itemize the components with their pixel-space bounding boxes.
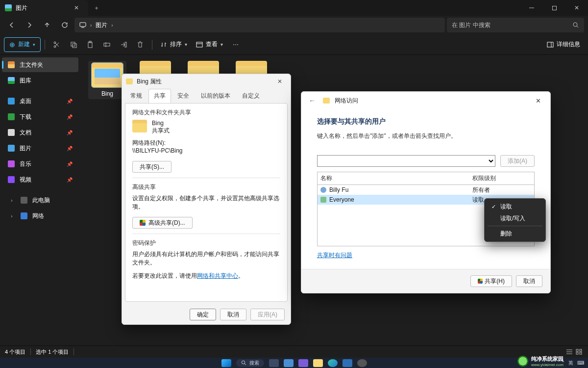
share-confirm-button[interactable]: 共享(H) (470, 275, 512, 287)
task-view-button[interactable] (269, 359, 279, 367)
view-button[interactable]: 查看 ▾ (192, 37, 227, 52)
dialog-hint: 键入名称，然后单击"添加"，或者单击箭头查找用户。 (317, 132, 535, 140)
netpath-label: 网络路径(N): (132, 139, 280, 147)
chevron-down-icon: ▾ (185, 42, 187, 47)
forward-button[interactable] (22, 18, 37, 32)
tab-customize[interactable]: 自定义 (237, 89, 265, 103)
back-button[interactable]: ← (306, 97, 318, 105)
cut-button[interactable] (49, 37, 65, 52)
paste-button[interactable] (82, 37, 98, 52)
divider (152, 40, 152, 50)
rename-button[interactable] (99, 37, 115, 52)
documents-icon (8, 129, 15, 136)
dialog-caption: 网络访问 (335, 97, 358, 105)
taskbar-settings[interactable] (357, 359, 367, 367)
advanced-sharing-button[interactable]: 高级共享(D)... (132, 217, 193, 229)
menu-item-delete[interactable]: 删除 (487, 228, 543, 239)
taskbar-app[interactable] (284, 359, 294, 367)
cancel-button[interactable]: 取消 (516, 275, 542, 287)
refresh-button[interactable] (57, 18, 73, 32)
svg-rect-17 (547, 42, 553, 47)
sidebar-item-pictures[interactable]: 图片📌 (2, 141, 78, 156)
tab-security[interactable]: 安全 (172, 89, 195, 103)
details-pane-button[interactable]: 详细信息 (543, 37, 584, 52)
minimize-button[interactable] (520, 0, 543, 16)
taskbar-app[interactable] (298, 359, 308, 367)
sidebar-item-home[interactable]: 主文件夹 (2, 57, 78, 72)
ime-button[interactable]: ⌨ (577, 360, 584, 366)
network-access-dialog: ← 网络访问 ✕ 选择要与其共享的用户 键入名称，然后单击"添加"，或者单击箭头… (301, 91, 551, 293)
new-button[interactable]: ⊕ 新建 ▾ (4, 37, 41, 52)
pin-icon: 📌 (67, 177, 73, 183)
tray-chevron-icon[interactable]: ˄ (562, 360, 564, 366)
tab-sharing[interactable]: 共享 (148, 89, 171, 103)
taskbar: 搜索 ˄ 英 ⌨ (0, 358, 588, 368)
taskbar-store[interactable] (343, 359, 352, 367)
system-tray[interactable]: ˄ 英 ⌨ (562, 360, 584, 367)
maximize-button[interactable] (543, 0, 565, 16)
close-button[interactable]: ✕ (565, 0, 588, 16)
menu-item-read[interactable]: ✓ 读取 (487, 201, 543, 212)
cancel-button[interactable]: 取消 (220, 309, 246, 320)
back-button[interactable] (4, 18, 20, 32)
breadcrumb-segment[interactable]: 图片 (96, 21, 107, 29)
delete-button[interactable] (132, 37, 148, 52)
up-button[interactable] (39, 18, 55, 32)
new-tab-button[interactable]: ＋ (88, 0, 105, 16)
sidebar-item-music[interactable]: 音乐📌 (2, 157, 78, 171)
folder-label: Bing (101, 90, 113, 97)
menu-item-readwrite[interactable]: 读取/写入 (487, 212, 543, 224)
apply-button[interactable]: 应用(A) (250, 309, 285, 320)
col-permission[interactable]: 权限级别 (472, 174, 531, 183)
list-row[interactable]: Billy Fu 所有者 (318, 185, 534, 195)
pin-icon: 📌 (67, 99, 73, 104)
dialog-titlebar[interactable]: Bing 属性 ✕ (122, 74, 291, 89)
dialog-titlebar[interactable]: ← 网络访问 ✕ (301, 92, 550, 109)
add-button[interactable]: 添加(A) (500, 155, 535, 167)
chevron-right-icon: › (90, 23, 92, 28)
divider (74, 348, 74, 355)
tab-general[interactable]: 常规 (125, 89, 147, 103)
sidebar-item-desktop[interactable]: 桌面📌 (2, 94, 78, 108)
tab-close-button[interactable]: ✕ (71, 2, 82, 14)
share-button[interactable]: 共享(S)... (132, 161, 172, 173)
search-input[interactable]: 在 图片 中搜索 (447, 18, 584, 32)
window-tab[interactable]: 图片 ✕ (0, 0, 88, 16)
desktop-icon (8, 98, 15, 105)
view-list-button[interactable] (565, 348, 573, 355)
taskbar-edge[interactable] (328, 359, 338, 367)
sidebar-item-thispc[interactable]: ›此电脑 (2, 193, 78, 208)
share-button[interactable] (116, 37, 131, 52)
view-icon (196, 41, 203, 48)
sort-button[interactable]: 排序 ▾ (156, 37, 191, 52)
sidebar-item-documents[interactable]: 文档📌 (2, 125, 78, 140)
plus-circle-icon: ⊕ (9, 41, 15, 49)
close-icon[interactable]: ✕ (273, 78, 287, 85)
group-icon (320, 197, 326, 203)
copy-button[interactable] (66, 37, 81, 52)
chevron-right-icon: › (8, 198, 16, 203)
svg-rect-12 (104, 43, 110, 46)
sidebar-item-gallery[interactable]: 图库 (2, 73, 78, 88)
close-icon[interactable]: ✕ (531, 97, 545, 105)
more-button[interactable]: ⋯ (228, 37, 244, 52)
user-icon (320, 187, 326, 193)
dialog-footer: 确定 取消 应用(A) (122, 305, 291, 324)
taskbar-explorer[interactable] (313, 359, 323, 367)
sidebar-item-network[interactable]: ›网络 (2, 209, 78, 223)
start-button[interactable] (221, 359, 231, 367)
tab-previous-versions[interactable]: 以前的版本 (196, 89, 236, 103)
view-grid-button[interactable] (575, 348, 583, 355)
address-bar[interactable]: › 图片 › (74, 18, 445, 32)
ime-indicator[interactable]: 英 (568, 360, 573, 367)
network-sharing-center-link[interactable]: 网络和共享中心 (197, 272, 238, 279)
sidebar-item-videos[interactable]: 视频📌 (2, 172, 78, 187)
help-link[interactable]: 共享时有问题 (317, 252, 352, 259)
folder-item[interactable]: Bing (88, 61, 126, 99)
sidebar-item-downloads[interactable]: 下载📌 (2, 109, 78, 124)
shield-icon (140, 220, 146, 226)
taskbar-search[interactable]: 搜索 (236, 359, 264, 367)
ok-button[interactable]: 确定 (190, 309, 216, 320)
user-select-combobox[interactable] (317, 155, 495, 167)
col-name[interactable]: 名称 (320, 174, 472, 183)
